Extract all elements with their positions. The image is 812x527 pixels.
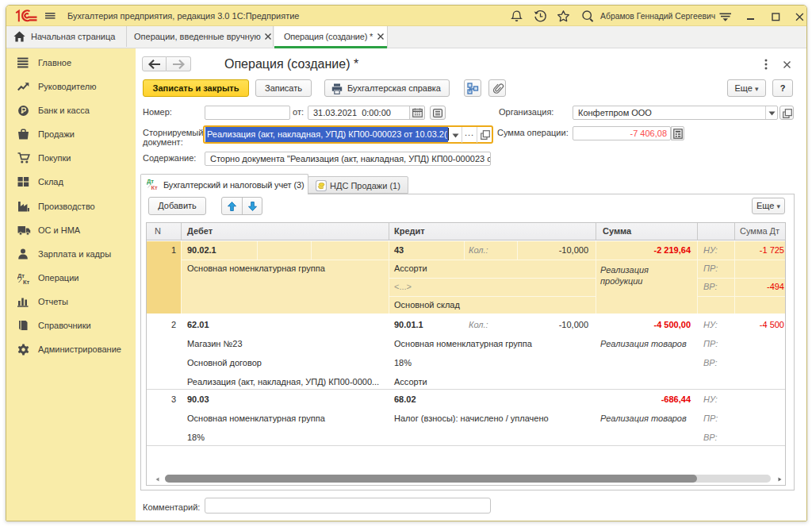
svg-text:Кт: Кт [23, 279, 30, 285]
svg-text:Кт: Кт [151, 184, 159, 190]
